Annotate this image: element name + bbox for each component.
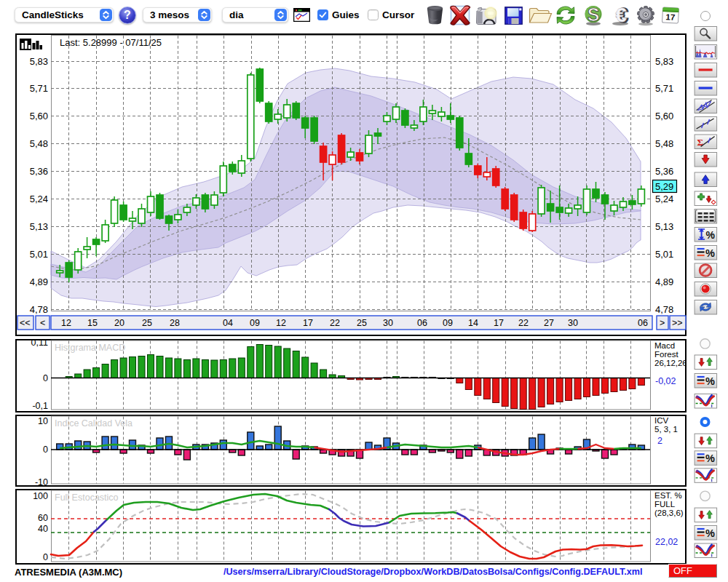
svg-text:4,89: 4,89 xyxy=(655,276,673,287)
svg-text:5,60: 5,60 xyxy=(30,111,48,121)
svg-text:2: 2 xyxy=(657,436,662,446)
svg-text:17: 17 xyxy=(303,318,313,328)
svg-text:4,78: 4,78 xyxy=(30,304,48,315)
svg-text:26,12,26: 26,12,26 xyxy=(654,359,687,367)
svg-text:22: 22 xyxy=(518,318,529,328)
svg-text:5,24: 5,24 xyxy=(30,194,48,204)
svg-text:Forest: Forest xyxy=(654,350,678,359)
svg-text:Macd: Macd xyxy=(654,341,675,350)
svg-text:20: 20 xyxy=(114,318,124,328)
svg-text:Histgrama MACD: Histgrama MACD xyxy=(55,343,125,353)
svg-text:5,24: 5,24 xyxy=(655,194,673,204)
svg-text:Full Estocastico: Full Estocastico xyxy=(55,493,119,503)
svg-text:5,48: 5,48 xyxy=(655,138,673,149)
svg-text:17: 17 xyxy=(665,12,675,22)
svg-text:40: 40 xyxy=(38,524,48,534)
svg-text:%: % xyxy=(705,527,715,539)
svg-text:22,02: 22,02 xyxy=(655,537,678,547)
svg-text:5,71: 5,71 xyxy=(30,83,48,94)
svg-text:09: 09 xyxy=(250,318,260,328)
svg-text:%: % xyxy=(705,247,715,259)
svg-text:17: 17 xyxy=(494,318,504,328)
svg-text:5,48: 5,48 xyxy=(30,138,48,149)
svg-text:04: 04 xyxy=(223,318,233,328)
svg-text:06: 06 xyxy=(638,318,648,328)
svg-text:12: 12 xyxy=(61,318,71,328)
svg-text:22: 22 xyxy=(330,318,340,328)
svg-text:30: 30 xyxy=(568,318,578,328)
svg-text:5,13: 5,13 xyxy=(655,221,673,232)
svg-text:09: 09 xyxy=(443,318,453,328)
svg-text:0: 0 xyxy=(43,552,48,562)
svg-text:5,83: 5,83 xyxy=(30,56,48,67)
svg-text:5,29: 5,29 xyxy=(655,181,673,192)
svg-text:5,36: 5,36 xyxy=(655,166,673,177)
svg-text:S: S xyxy=(587,4,600,25)
svg-text:ICV: ICV xyxy=(654,416,669,425)
svg-text:30: 30 xyxy=(383,318,393,328)
svg-text:%: % xyxy=(705,375,715,387)
svg-text:10: 10 xyxy=(38,416,48,426)
svg-text:0: 0 xyxy=(43,445,48,455)
svg-text:5,01: 5,01 xyxy=(30,249,48,260)
svg-text:25: 25 xyxy=(357,318,367,328)
svg-text:06: 06 xyxy=(417,318,427,328)
svg-text:%: % xyxy=(705,453,715,464)
svg-text:4,89: 4,89 xyxy=(30,276,48,287)
svg-text:<<: << xyxy=(20,318,31,328)
svg-text:5,13: 5,13 xyxy=(30,221,48,232)
svg-text:5,71: 5,71 xyxy=(655,83,673,94)
svg-text:FULL: FULL xyxy=(654,500,676,509)
svg-text:0,11: 0,11 xyxy=(31,339,48,348)
svg-text:>>: >> xyxy=(672,318,683,328)
svg-text:4,78: 4,78 xyxy=(655,304,673,315)
svg-text:>: > xyxy=(660,318,665,328)
svg-text:€: € xyxy=(615,4,627,26)
svg-text:EST. %: EST. % xyxy=(654,491,682,500)
svg-text:<: < xyxy=(40,318,45,328)
svg-text:5, 3, 1: 5, 3, 1 xyxy=(654,425,678,434)
svg-text:Indice Calidad Vela: Indice Calidad Vela xyxy=(55,418,132,428)
svg-text:5,36: 5,36 xyxy=(30,166,48,177)
svg-text:Last: 5.28999 - 07/11/25: Last: 5.28999 - 07/11/25 xyxy=(60,37,162,48)
svg-text:5,60: 5,60 xyxy=(655,111,673,121)
svg-text:5,01: 5,01 xyxy=(655,249,673,260)
svg-text:100: 100 xyxy=(33,491,48,501)
svg-text:27: 27 xyxy=(544,318,554,328)
svg-text:25: 25 xyxy=(142,318,152,328)
svg-text:0: 0 xyxy=(43,373,48,383)
svg-text:%: % xyxy=(706,229,716,241)
svg-text:-0,02: -0,02 xyxy=(655,376,676,386)
svg-text:14: 14 xyxy=(468,318,478,328)
svg-text:5,83: 5,83 xyxy=(655,56,673,67)
svg-text:28: 28 xyxy=(170,318,180,328)
svg-text:-0,1: -0,1 xyxy=(32,401,48,411)
svg-text:-10: -10 xyxy=(35,477,48,487)
svg-text:(28,3,6): (28,3,6) xyxy=(654,509,684,517)
svg-text:15: 15 xyxy=(87,318,98,328)
svg-text:12: 12 xyxy=(276,318,286,328)
svg-text:60: 60 xyxy=(38,513,48,523)
